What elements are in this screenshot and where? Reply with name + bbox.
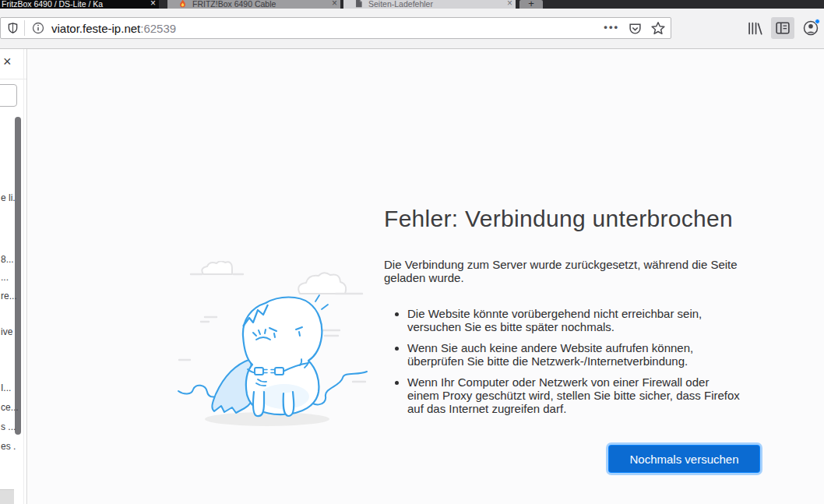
error-hint-item: Wenn Sie auch keine andere Website aufru… xyxy=(407,341,744,368)
account-icon[interactable] xyxy=(799,17,822,39)
browser-window: FritzBox 6490 / DS-Lite / Ka × FRITZ!Box… xyxy=(0,0,824,504)
page-actions-icon[interactable]: ••• xyxy=(599,21,624,35)
tab-bar: FritzBox 6490 / DS-Lite / Ka × FRITZ!Box… xyxy=(0,0,824,9)
fritzbox-flame-icon xyxy=(178,0,187,8)
error-hint-item: Die Website könnte vorübergehend nicht e… xyxy=(407,307,744,333)
sidebar-item-fragment[interactable]: ive xyxy=(1,326,12,337)
pocket-icon[interactable] xyxy=(624,18,646,38)
sidebar-item-fragment[interactable]: es . xyxy=(1,441,16,452)
error-hint-item: Wenn Ihr Computer oder Netzwerk von eine… xyxy=(407,375,744,415)
tab-fritzbox-cable[interactable]: FRITZ!Box 6490 Cable × xyxy=(167,0,340,9)
bookmark-star-icon[interactable] xyxy=(647,18,669,38)
sidebar-item-fragment[interactable]: s ... xyxy=(1,421,16,432)
sidebar-header: × xyxy=(0,49,26,79)
new-tab-button[interactable]: + xyxy=(519,0,543,9)
site-info-icon[interactable] xyxy=(25,22,51,34)
tab-fritzbox-dslite[interactable]: FritzBox 6490 / DS-Lite / Ka × xyxy=(0,0,159,9)
sidebar-search-input[interactable] xyxy=(0,84,17,107)
tab-close-icon[interactable]: × xyxy=(150,0,156,8)
disconnected-dino-illustration xyxy=(175,261,370,428)
sidebar-close-icon[interactable]: × xyxy=(3,55,12,69)
error-page-icon xyxy=(354,0,363,8)
tab-close-icon[interactable]: × xyxy=(507,0,512,8)
sidebar-item-fragment[interactable]: I... xyxy=(1,382,11,393)
navigation-toolbar: viator.feste-ip.net:62539 ••• xyxy=(0,9,824,49)
status-popup-fragment xyxy=(0,489,14,504)
sidebar-panel: × e li. 8... ... re... ive I... ce... s … xyxy=(0,49,27,504)
error-page: Fehler: Verbindung unterbrochen Die Verb… xyxy=(28,49,824,504)
sidebar-item-fragment[interactable]: re... xyxy=(1,291,17,301)
error-description: Die Verbindung zum Server wurde zurückge… xyxy=(384,258,759,284)
account-notification-badge xyxy=(815,19,820,24)
sidebar-item-fragment[interactable]: 8... xyxy=(1,254,14,265)
url-bar[interactable]: viator.feste-ip.net:62539 ••• xyxy=(0,17,671,39)
tab-close-icon[interactable]: × xyxy=(332,0,337,8)
sidebar-item-fragment[interactable]: ... xyxy=(1,272,9,283)
sidebar-item-fragment[interactable]: ce... xyxy=(1,402,19,413)
sidebar-scrollbar[interactable] xyxy=(15,117,21,435)
url-host[interactable]: viator.feste-ip.net xyxy=(51,22,140,35)
error-message-box: Fehler: Verbindung unterbrochen Die Verb… xyxy=(384,203,759,472)
retry-button[interactable]: Nochmals versuchen xyxy=(609,446,759,472)
content-area: × e li. 8... ... re... ive I... ce... s … xyxy=(0,49,824,504)
library-icon[interactable] xyxy=(743,17,766,39)
tab-label: FritzBox 6490 / DS-Lite / Ka xyxy=(2,0,146,9)
error-hint-list: Die Website könnte vorübergehend nicht e… xyxy=(384,307,744,415)
toolbar-right-buttons xyxy=(743,16,822,41)
sidebar-item-fragment[interactable]: e li. xyxy=(1,192,16,203)
url-port[interactable]: :62539 xyxy=(140,22,176,35)
tab-label: FRITZ!Box 6490 Cable xyxy=(192,0,327,9)
tracking-protection-shield-icon[interactable] xyxy=(1,22,24,34)
page-title: Fehler: Verbindung unterbrochen xyxy=(384,203,759,234)
tab-label: Seiten-Ladefehler xyxy=(368,0,502,9)
tab-seiten-ladefehler[interactable]: Seiten-Ladefehler × xyxy=(343,0,516,9)
button-row: Nochmals versuchen xyxy=(384,446,759,472)
sidebar-toggle-icon[interactable] xyxy=(771,17,794,39)
